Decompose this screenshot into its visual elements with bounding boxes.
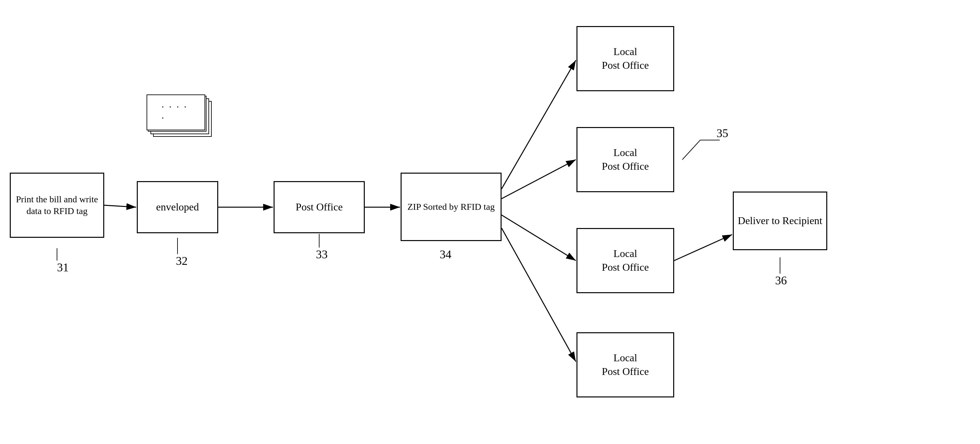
post-office-box: Post Office bbox=[274, 181, 365, 233]
local-po-3-label: LocalPost Office bbox=[602, 247, 649, 274]
zip-sorted-label: ZIP Sorted by RFID tag bbox=[407, 201, 495, 213]
ref-33-label: 33 bbox=[316, 248, 328, 261]
local-po-1-label: LocalPost Office bbox=[602, 45, 649, 72]
local-po-2-box: LocalPost Office bbox=[576, 127, 674, 192]
svg-line-9 bbox=[674, 234, 732, 261]
svg-line-2 bbox=[104, 205, 136, 207]
zip-sorted-box: ZIP Sorted by RFID tag bbox=[401, 173, 501, 241]
svg-line-6 bbox=[501, 160, 576, 199]
svg-line-7 bbox=[501, 215, 576, 261]
diagram-container: Print the bill and write data to RFID ta… bbox=[0, 0, 980, 444]
local-po-1-box: LocalPost Office bbox=[576, 26, 674, 91]
ref-35-label: 35 bbox=[716, 126, 728, 140]
svg-line-13 bbox=[682, 140, 700, 160]
deliver-label: Deliver to Recipient bbox=[738, 214, 822, 228]
local-po-2-label: LocalPost Office bbox=[602, 146, 649, 173]
ref-34-label: 34 bbox=[440, 248, 452, 261]
local-po-3-box: LocalPost Office bbox=[576, 228, 674, 293]
local-po-4-box: LocalPost Office bbox=[576, 332, 674, 398]
deliver-box: Deliver to Recipient bbox=[733, 191, 827, 250]
svg-line-5 bbox=[501, 60, 576, 189]
ref-36-label: 36 bbox=[775, 274, 787, 287]
enveloped-label: enveloped bbox=[156, 201, 199, 214]
print-bill-box: Print the bill and write data to RFID ta… bbox=[10, 173, 104, 238]
post-office-label: Post Office bbox=[296, 201, 343, 214]
print-bill-label: Print the bill and write data to RFID ta… bbox=[14, 194, 100, 217]
ref-31-label: 31 bbox=[57, 261, 69, 274]
local-po-4-label: LocalPost Office bbox=[602, 351, 649, 378]
ref-32-label: 32 bbox=[176, 254, 188, 268]
enveloped-box: enveloped bbox=[137, 181, 218, 233]
svg-line-8 bbox=[501, 228, 576, 361]
